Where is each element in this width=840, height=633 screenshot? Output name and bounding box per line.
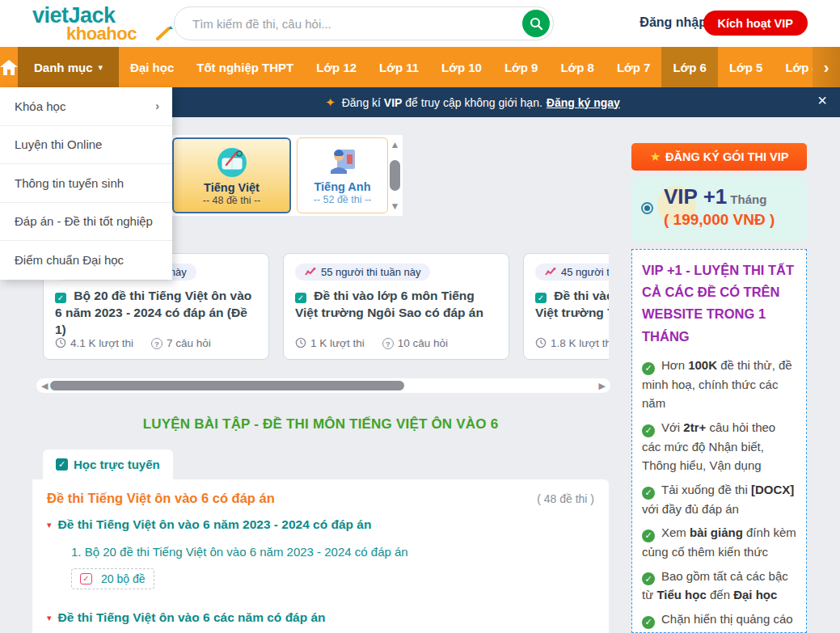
vip-benefit-item: ✓Bao gồm tất cả các bậc từ Tiểu học đến … bbox=[642, 567, 796, 605]
menu-item-luyện-thi-online[interactable]: Luyện thi Online bbox=[0, 126, 172, 165]
tab-label: Học trực tuyến bbox=[74, 458, 160, 471]
pencil-icon bbox=[155, 26, 173, 40]
search-icon bbox=[530, 17, 543, 31]
nav-item-đại-học[interactable]: Đại học bbox=[119, 47, 185, 87]
exam-title: ✓ Bộ 20 đề thi Tiếng Việt ôn vào 6 năm 2… bbox=[55, 288, 257, 339]
nav-item-lớp-8[interactable]: Lớp 8 bbox=[549, 47, 606, 87]
vip-benefits-list: ✓Hơn 100K đề thi thử, đề minh hoạ, chính… bbox=[642, 356, 796, 633]
scroll-left-icon[interactable]: ◀ bbox=[41, 379, 48, 392]
chart-icon bbox=[545, 268, 556, 276]
banner-register-link[interactable]: Đăng ký ngay bbox=[547, 96, 620, 109]
search-box bbox=[174, 6, 554, 40]
subject-name: Tiếng Việt bbox=[174, 181, 289, 194]
section-title: LUYỆN BÀI TẬP - ĐỀ THI MÔN TIẾNG VIỆT ÔN… bbox=[32, 416, 609, 433]
plan-radio[interactable] bbox=[641, 202, 653, 214]
nav-item-label: Tốt nghiệp THPT bbox=[196, 61, 293, 74]
check-circle-icon: ✓ bbox=[642, 616, 655, 629]
nav-item-tốt-nghiệp-thpt[interactable]: Tốt nghiệp THPT bbox=[185, 47, 305, 87]
nav-item-label: Đại học bbox=[130, 61, 174, 74]
questions-count: ?7 câu hỏi bbox=[151, 337, 211, 350]
nav-item-lớp-7[interactable]: Lớp 7 bbox=[606, 47, 662, 87]
exam-row-scrollbar-thumb[interactable] bbox=[50, 381, 404, 390]
scroll-down-icon[interactable]: ▼ bbox=[390, 201, 400, 211]
scroll-up-icon[interactable]: ▲ bbox=[390, 140, 400, 150]
subject-card-tiếng-việt[interactable]: Tiếng Việt-- 48 đề thi -- bbox=[172, 137, 291, 213]
vip-description-box: VIP +1 - LUYỆN THI TẤT CẢ CÁC ĐỀ CÓ TRÊN… bbox=[631, 249, 807, 633]
subject-name: Tiếng Anh bbox=[298, 180, 387, 193]
menu-item-khóa-học[interactable]: Khóa học› bbox=[0, 87, 172, 126]
subject-scrollbar-thumb[interactable] bbox=[390, 160, 400, 191]
activate-vip-button[interactable]: Kích hoạt VIP bbox=[703, 11, 808, 36]
student-board-icon bbox=[298, 145, 387, 179]
subject-card-tiếng-anh[interactable]: Tiếng Anh-- 52 đề thi -- bbox=[297, 137, 388, 213]
scroll-right-icon[interactable]: ▶ bbox=[599, 379, 606, 392]
top-bar: vietJack khoahoc Đăng nhập Kích hoạt VIP bbox=[0, 0, 840, 47]
vip-benefit-item: ✓Hơn 100K đề thi thử, đề minh hoạ, chính… bbox=[642, 356, 796, 413]
exam-group-header[interactable]: ▾Đề thi Tiếng Việt ôn vào 6 các năm có đ… bbox=[47, 610, 594, 625]
nav-item-label: Lớp 12 bbox=[316, 61, 357, 74]
brand-logo[interactable]: vietJack khoahoc bbox=[32, 5, 137, 43]
chevron-down-icon: ▾ bbox=[47, 520, 52, 530]
exam-group-header[interactable]: ▾Đề thi Tiếng Việt ôn vào 6 năm 2023 - 2… bbox=[47, 517, 594, 532]
nav-item-lớp-12[interactable]: Lớp 12 bbox=[305, 47, 368, 87]
weekly-takers-badge: 55 người thi tuần này bbox=[295, 264, 430, 281]
exam-title: ✓ Đề thi vào lớp 6 môn Tiếng Việt trường… bbox=[535, 288, 609, 322]
menu-item-label: Luyện thi Online bbox=[15, 137, 102, 151]
menu-item-label: Thông tin tuyển sinh bbox=[15, 176, 124, 190]
calendar-check-icon: ✓ bbox=[535, 293, 547, 303]
nav-item-lớp-10[interactable]: Lớp 10 bbox=[430, 47, 493, 87]
nav-item-label: Lớp 9 bbox=[504, 61, 538, 74]
menu-item-điểm-chuẩn-đại-học[interactable]: Điểm chuẩn Đại học bbox=[0, 241, 172, 280]
plan-name: VIP +1 bbox=[664, 184, 727, 209]
menu-item-đáp-án---đề-thi-tốt-nghiệp[interactable]: Đáp án - Đề thi tốt nghiệp bbox=[0, 203, 172, 242]
check-circle-icon: ✓ bbox=[642, 424, 655, 437]
login-link[interactable]: Đăng nhập bbox=[639, 15, 707, 30]
check-circle-icon: ✓ bbox=[642, 530, 655, 542]
nav-item-lớp-6[interactable]: Lớp 6 bbox=[661, 47, 718, 87]
home-button[interactable] bbox=[0, 47, 18, 87]
nav-scroll-right-button[interactable]: › bbox=[813, 47, 840, 87]
menu-item-thông-tin-tuyển-sinh[interactable]: Thông tin tuyển sinh bbox=[0, 164, 172, 203]
exam-card[interactable]: 45 người thi tuần này✓ Đề thi vào lớp 6 … bbox=[523, 253, 609, 360]
attempts-count: 1 K lượt thi bbox=[295, 337, 365, 349]
nav-item-label: Lớp 7 bbox=[617, 61, 651, 74]
exam-meta: 1.8 K lượt thi bbox=[535, 337, 609, 349]
calendar-icon: ✓ bbox=[80, 573, 92, 584]
register-vip-button[interactable]: ★ĐĂNG KÝ GÓI THI VIP bbox=[631, 143, 807, 171]
nav-item-label: Lớp 6 bbox=[673, 61, 707, 74]
nav-item-danh-mục[interactable]: Danh mục▾ bbox=[18, 47, 119, 87]
search-button[interactable] bbox=[522, 10, 550, 37]
brand-logo-line2: khoahoc bbox=[66, 25, 137, 43]
nav-item-label: Lớp 5 bbox=[729, 61, 763, 74]
question-icon: ? bbox=[382, 338, 394, 349]
exam-item-link[interactable]: 1. Bộ 20 đề thi Tiếng Việt ôn vào 6 năm … bbox=[71, 545, 594, 559]
tab-hoc-truc-tuyen[interactable]: ✓ Học trực tuyến bbox=[43, 449, 173, 479]
attempts-count: 4.1 K lượt thi bbox=[55, 337, 133, 349]
calendar-check-icon: ✓ bbox=[55, 293, 66, 303]
nav-item-label: Danh mục bbox=[34, 61, 93, 74]
clock-icon bbox=[535, 337, 547, 348]
nav-item-lớp-5[interactable]: Lớp 5 bbox=[718, 47, 775, 87]
exam-count-badge[interactable]: ✓20 bộ đề bbox=[71, 568, 154, 589]
nav-item-lớp-11[interactable]: Lớp 11 bbox=[368, 47, 430, 87]
vip-plan-option[interactable]: VIP +1Tháng ( 199,000 VNĐ ) bbox=[631, 176, 807, 243]
weekly-takers-badge: 45 người thi tuần này bbox=[535, 264, 609, 281]
search-input[interactable] bbox=[175, 17, 522, 31]
nav-item-label: Lớp 8 bbox=[560, 61, 594, 74]
clock-icon bbox=[295, 337, 306, 348]
vip-description-title: VIP +1 - LUYỆN THI TẤT CẢ CÁC ĐỀ CÓ TRÊN… bbox=[642, 260, 796, 348]
check-circle-icon: ✓ bbox=[642, 487, 655, 500]
chevron-down-icon: ▾ bbox=[99, 62, 103, 73]
subject-exam-count: -- 48 đề thi -- bbox=[174, 195, 289, 206]
book-pencil-icon bbox=[174, 146, 289, 179]
sparkle-icon: ✦ bbox=[325, 95, 336, 110]
main-nav: Danh mục▾Đại họcTốt nghiệp THPTLớp 12Lớp… bbox=[0, 47, 840, 87]
nav-item-lớp-9[interactable]: Lớp 9 bbox=[493, 47, 550, 87]
exam-row-scrollbar: ◀ ▶ bbox=[36, 378, 610, 393]
plan-unit: Tháng bbox=[730, 192, 766, 206]
exam-card[interactable]: 55 người thi tuần này✓ Đề thi vào lớp 6 … bbox=[283, 253, 509, 360]
weekly-takers-label: 45 người thi tuần này bbox=[561, 266, 609, 278]
chart-icon bbox=[305, 268, 316, 276]
exam-title: ✓ Đề thi vào lớp 6 môn Tiếng Việt trường… bbox=[295, 288, 497, 322]
banner-close-icon[interactable]: × bbox=[813, 91, 832, 110]
